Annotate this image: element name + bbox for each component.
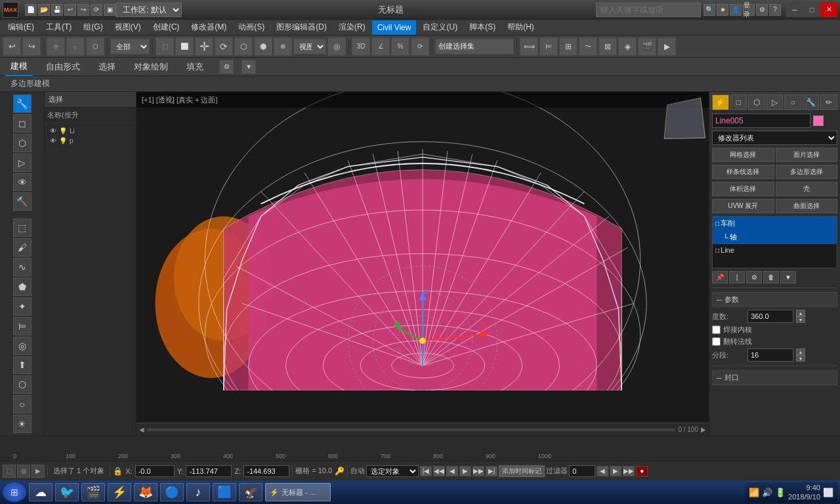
workspace-dropdown[interactable]: 工作区: 默认 <box>116 3 182 17</box>
left-icon-motion[interactable]: ▷ <box>13 154 32 172</box>
tray-battery-icon[interactable]: 🔋 <box>775 488 786 497</box>
go-start-btn[interactable]: |◀ <box>420 466 432 476</box>
menu-help[interactable]: 帮助(H) <box>502 20 539 35</box>
left-icon-extrude[interactable]: ⬆ <box>13 356 32 375</box>
segments-input[interactable] <box>747 348 793 362</box>
volume-select-btn[interactable]: 体积选择 <box>712 182 774 196</box>
lock-icon[interactable]: 🔒 <box>113 467 123 476</box>
subtab-poly-modeling[interactable]: 多边形建模 <box>5 77 55 91</box>
left-icon-loop[interactable]: ○ <box>13 395 32 413</box>
select-region-btn[interactable]: ⬜ <box>175 37 194 56</box>
taskbar-app-eagle[interactable]: 🦅 <box>239 483 262 501</box>
tab-freeform[interactable]: 自由形式 <box>41 58 85 75</box>
scene-item-li[interactable]: 👁 💡 Li <box>47 126 133 136</box>
rotate-btn[interactable]: ⟳ <box>215 37 233 56</box>
history-icon[interactable]: ⟳ <box>91 4 102 16</box>
curve-editor-btn[interactable]: 〜 <box>579 37 597 56</box>
rpanel-tab-create[interactable]: □ <box>730 94 747 110</box>
y-input[interactable] <box>186 465 232 477</box>
timeline-track[interactable]: 0 100 200 300 400 500 600 700 800 900 10… <box>0 436 840 461</box>
user-icon[interactable]: 👤 <box>730 4 742 16</box>
menu-animation[interactable]: 动画(S) <box>233 20 270 35</box>
tab-paint[interactable]: 对象绘制 <box>129 58 173 75</box>
left-icon-connect[interactable]: ✦ <box>13 297 32 316</box>
x-input[interactable] <box>135 465 175 477</box>
uvw-btn[interactable]: UVW 展开 <box>712 199 774 213</box>
taskbar-app-media[interactable]: 🎬 <box>81 483 105 501</box>
segments-up[interactable]: ▲ <box>796 348 805 355</box>
taskbar-app-firefox[interactable]: 🦊 <box>134 483 158 501</box>
menu-edit[interactable]: 编辑(E) <box>3 20 39 35</box>
paint-btn[interactable]: ⬡ <box>86 37 104 56</box>
rpanel-tab-modify[interactable]: ⚡ <box>712 94 729 110</box>
key-icon[interactable]: 🔑 <box>335 467 345 476</box>
left-icon-select[interactable]: ⬚ <box>13 219 32 237</box>
select-btn[interactable]: ⊹ <box>47 37 65 56</box>
menu-tools[interactable]: 工具(T) <box>41 20 77 35</box>
filter-dropdown[interactable]: 全部 <box>110 39 150 54</box>
left-icon-bridge[interactable]: ⊨ <box>13 317 32 335</box>
help-icon[interactable]: ? <box>769 4 781 16</box>
spline-select-btn[interactable]: 样条线选择 <box>712 165 774 179</box>
play-btn[interactable]: ▶ <box>459 466 471 476</box>
stack-delete-btn[interactable]: 🗑 <box>763 271 779 284</box>
left-icon-display[interactable]: 👁 <box>13 173 32 192</box>
object-color-swatch[interactable] <box>813 116 824 126</box>
menu-render[interactable]: 渲染(R) <box>333 20 371 35</box>
search-icon[interactable]: 🔍 <box>704 4 715 16</box>
tray-show-desktop-icon[interactable]: ⬜ <box>823 488 833 497</box>
render-btn[interactable]: ▶ <box>658 37 676 56</box>
taskbar-app-flash[interactable]: 🔵 <box>160 483 184 501</box>
params-section-header[interactable]: ─ 参数 <box>712 292 837 307</box>
status-icon-2[interactable]: ◎ <box>17 465 30 478</box>
tray-volume-icon[interactable]: 🔊 <box>762 488 772 497</box>
render-setup-btn[interactable]: 🎬 <box>638 37 656 56</box>
modifier-dropdown[interactable]: 修改器列表 <box>712 131 837 145</box>
left-icon-paint[interactable]: 🖌 <box>13 238 32 257</box>
pivot-btn[interactable]: ◎ <box>327 37 346 56</box>
segments-down[interactable]: ▼ <box>796 355 805 362</box>
paint-toggle[interactable]: ▼ <box>242 60 256 74</box>
left-icon-freeform[interactable]: ∿ <box>13 258 32 276</box>
add-time-marker-btn[interactable]: 添加时间标记 <box>499 465 545 477</box>
cap-section-header[interactable]: ─ 封口 <box>712 370 837 385</box>
rpanel-tab-utilities[interactable]: 🔧 <box>803 94 820 110</box>
frame-input[interactable] <box>569 465 595 477</box>
selection-mode-dropdown[interactable]: 选定对象 <box>366 465 419 477</box>
stack-unique-btn[interactable]: | <box>729 271 745 284</box>
modifier-stack-item-axis[interactable]: └ 轴 <box>713 230 837 244</box>
prev-frame-btn[interactable]: ◀◀ <box>433 466 445 476</box>
stack-collapse-btn[interactable]: ▼ <box>780 271 796 284</box>
next-key-btn[interactable]: ▶▶ <box>472 466 484 476</box>
left-icon-hierarchy[interactable]: ⬡ <box>13 134 32 152</box>
segments-spinner[interactable]: ▲ ▼ <box>796 348 805 362</box>
save-icon[interactable]: 💾 <box>51 4 63 16</box>
taskbar-window-max[interactable]: ⚡ 无标题 - ... <box>265 483 331 501</box>
left-icon-sun[interactable]: ☀ <box>13 415 32 433</box>
timeline-right-arrow[interactable]: ▶ <box>701 426 706 433</box>
menu-customize[interactable]: 自定义(U) <box>417 20 463 35</box>
left-icon-cap[interactable]: ◎ <box>13 337 32 355</box>
stack-pin-btn[interactable]: 📌 <box>712 271 728 284</box>
taskbar-app-music[interactable]: ♪ <box>186 483 210 501</box>
object-name-input[interactable] <box>712 114 810 128</box>
scale-btn[interactable]: ⬡ <box>234 37 253 56</box>
viewport[interactable]: [+1] [透视] [真实 + 边面] <box>136 92 709 436</box>
menu-civil-view[interactable]: Civil View <box>372 20 417 35</box>
status-icon-3[interactable]: ▶ <box>32 465 45 478</box>
paint-settings[interactable]: ⚙ <box>219 60 234 74</box>
move-btn[interactable]: ✛ <box>195 37 213 56</box>
timeline-left-arrow[interactable]: ◀ <box>139 426 144 433</box>
status-icon-1[interactable]: ⬚ <box>3 465 16 478</box>
start-button[interactable]: ⊞ <box>3 482 26 502</box>
mesh-select-btn[interactable]: 网格选择 <box>712 148 774 162</box>
redo-btn[interactable]: ↪ <box>22 37 41 56</box>
scene-item-p[interactable]: 👁 💡 p <box>47 136 133 146</box>
align-btn[interactable]: ⊨ <box>539 37 558 56</box>
next-key2-btn[interactable]: ▶▶ <box>623 466 635 476</box>
left-icon-bevel[interactable]: ⬡ <box>13 375 32 394</box>
search-input[interactable] <box>596 3 701 17</box>
select-object-btn[interactable]: ⬚ <box>156 37 174 56</box>
left-icon-create[interactable]: ◻ <box>13 114 32 133</box>
tab-select[interactable]: 选择 <box>93 58 121 75</box>
